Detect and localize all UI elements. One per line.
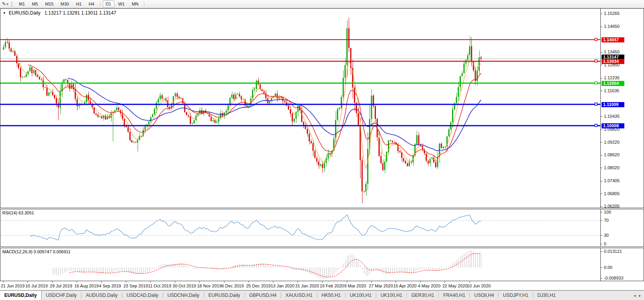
- time-axis-label: 25 Dec 2019: [246, 284, 270, 288]
- time-axis-tick: [420, 281, 421, 283]
- chevron-down-icon[interactable]: ▾: [7, 2, 10, 6]
- chart-tab-fra40-h1[interactable]: FRA40,H1: [439, 291, 469, 300]
- time-axis-label: 16 Aug 2019: [74, 284, 99, 288]
- chart-tab-hk50-h1[interactable]: HK50,H1: [317, 291, 345, 300]
- time-axis-label: 4 May 2020: [418, 284, 440, 288]
- time-axis[interactable]: 21 Jun 201910 Jul 201929 Jul 201916 Aug …: [0, 281, 644, 290]
- time-axis-tick: [101, 281, 102, 283]
- time-axis-label: 19 Feb 2020: [320, 284, 344, 288]
- toolbar-separator: [100, 1, 100, 7]
- timeframe-button-h4[interactable]: H4: [86, 0, 98, 7]
- time-axis-tick: [52, 281, 53, 283]
- time-axis-tick: [28, 281, 28, 283]
- chart-tab-usdcad-daily[interactable]: USDCAD,Daily: [122, 291, 163, 300]
- level-price-badge-1.10008: 1.10008: [602, 123, 624, 128]
- price-axis-label: 1.08620: [604, 152, 620, 157]
- price-axis-tick: [601, 155, 602, 155]
- rsi-axis-70: 70: [604, 218, 609, 223]
- symbol-dropdown-icon: ▼: [3, 11, 6, 15]
- price-axis-tick: [601, 52, 602, 53]
- price-axis-label: 1.13450: [604, 49, 620, 54]
- time-axis-label: 15 Apr 2020: [393, 284, 416, 288]
- time-axis-label: 10 Jul 2019: [25, 284, 48, 288]
- chart-tab-usoil-h4[interactable]: USOil,H4: [470, 291, 498, 300]
- rsi-axis[interactable]: 100 70 30 0: [600, 209, 644, 247]
- tab-scroll-left-icon[interactable]: ◂: [634, 293, 636, 298]
- macd-axis-max: 0.013121: [604, 249, 622, 254]
- macd-canvas[interactable]: [0, 248, 601, 281]
- chart-tab-eurusd-daily[interactable]: EURUSD,Daily: [0, 291, 42, 300]
- chart-tabs-bar: EURUSD,DailyUSDCHF,DailyAUDUSD,DailyUSDC…: [0, 290, 644, 300]
- time-axis-label: 27 Mar 2020: [369, 284, 393, 288]
- chart-tab-gbpusd-h4[interactable]: GBPUSD,H4: [245, 291, 281, 300]
- chart-tab-ger30-h1[interactable]: GER30,H1: [407, 291, 438, 300]
- time-axis-label: 30 Oct 2019: [173, 284, 196, 288]
- timeframe-button-m15[interactable]: M15: [42, 0, 57, 7]
- chart-tab-uk100-h1[interactable]: UK100,H1: [376, 291, 407, 300]
- chart-tab-eurusd-daily[interactable]: EURUSD,Daily: [204, 291, 245, 300]
- price-chart-panel: ▼ EURUSD,Daily 1.13217 1.13291 1.13011 1…: [0, 8, 644, 208]
- time-axis-tick: [126, 281, 126, 283]
- chart-tab-usdchf-daily[interactable]: USDCHF,Daily: [42, 291, 81, 300]
- time-axis-label: 18 Nov 2019: [197, 284, 221, 288]
- price-axis-tick: [601, 27, 602, 27]
- tab-scroll-right-icon[interactable]: ▸: [639, 293, 641, 298]
- time-axis-tick: [371, 281, 372, 283]
- timeframe-button-d1[interactable]: D1: [103, 0, 114, 7]
- chart-symbol-period: EURUSD,Daily: [9, 10, 40, 16]
- rsi-canvas[interactable]: [0, 209, 601, 247]
- level-price-badge-1.13034: 1.13034: [602, 59, 624, 64]
- rsi-axis-30: 30: [604, 233, 609, 238]
- timeframe-button-h1[interactable]: H1: [73, 0, 85, 7]
- mt4-chart-window: ✎ ▾ M1M5M15M30H1H4D1W1MN ▼ EURUSD,Daily …: [0, 0, 644, 300]
- macd-axis-min: -0.008933: [604, 276, 624, 280]
- chart-title: ▼ EURUSD,Daily 1.13217 1.13291 1.13011 1…: [3, 10, 116, 16]
- chart-tab-uk100-h1[interactable]: UK100,H1: [346, 291, 376, 300]
- price-axis-label: 1.09220: [604, 140, 620, 145]
- chart-ohlc-values: 1.13217 1.13291 1.13011 1.13147: [44, 10, 116, 16]
- price-axis-tick: [601, 194, 602, 194]
- time-axis-label: 10 Jun 2020: [467, 284, 491, 288]
- price-axis-tick: [601, 78, 602, 79]
- timeframe-toolbar: ✎ ▾ M1M5M15M30H1H4D1W1MN: [0, 0, 644, 8]
- level-price-badge-1.12004: 1.12004: [602, 81, 624, 86]
- price-axis[interactable]: 1.152651.146501.134501.128501.122351.116…: [600, 9, 644, 208]
- chart-tab-usdjpy-h1[interactable]: USDJPY,H1: [499, 291, 532, 300]
- price-axis-tick: [601, 116, 602, 117]
- timeframe-button-w1[interactable]: W1: [115, 0, 128, 7]
- toolbar-separator: [144, 1, 144, 7]
- price-chart-canvas[interactable]: [0, 9, 601, 208]
- price-axis-tick: [601, 91, 602, 91]
- time-axis-tick: [248, 281, 249, 283]
- macd-label: MACD(12,26,9) 0.005747 0.006911: [2, 249, 70, 254]
- price-axis-tick: [601, 142, 602, 143]
- time-axis-tick: [199, 281, 200, 283]
- time-axis-tick: [322, 281, 322, 283]
- price-axis-label: 1.06805: [604, 191, 620, 196]
- time-axis-label: 4 Sep 2019: [99, 284, 121, 288]
- timeframe-button-m30[interactable]: M30: [57, 0, 72, 7]
- price-axis-label: 1.10435: [604, 114, 620, 119]
- timeframe-button-mn[interactable]: MN: [129, 0, 142, 7]
- timeframe-button-m1[interactable]: M1: [16, 0, 28, 7]
- price-axis-tick: [601, 181, 602, 181]
- time-axis-label: 22 May 2020: [442, 284, 467, 288]
- rsi-axis-0: 0: [604, 241, 606, 246]
- time-axis-label: 31 Jan 2020: [295, 284, 319, 288]
- level-price-badge-1.11009: 1.11009: [602, 102, 624, 107]
- time-axis-tick: [224, 281, 224, 283]
- chart-tab-xauusd-h1[interactable]: XAUUSD,H1: [281, 291, 317, 300]
- price-axis-label: 1.06205: [604, 204, 620, 209]
- chart-tab-audusd-daily[interactable]: AUDUSD,Daily: [81, 291, 122, 300]
- chart-tab-dj30-h1[interactable]: DJ30,H1: [533, 291, 560, 300]
- time-axis-label: 6 Dec 2019: [222, 284, 244, 288]
- cursor-draw-icon[interactable]: ✎: [0, 1, 7, 7]
- time-axis-tick: [150, 281, 151, 283]
- rsi-label: RSI(14) 63.3051: [2, 210, 34, 215]
- time-axis-label: 11 Oct 2019: [148, 284, 171, 288]
- rsi-panel: RSI(14) 63.3051 100 70 30 0: [0, 209, 644, 247]
- price-axis-tick: [601, 14, 602, 14]
- chart-tab-usdcnh-daily[interactable]: USDCNH,Daily: [163, 291, 204, 300]
- macd-axis[interactable]: 0.013121 0.00 -0.008933: [600, 248, 644, 281]
- timeframe-button-m5[interactable]: M5: [29, 0, 41, 7]
